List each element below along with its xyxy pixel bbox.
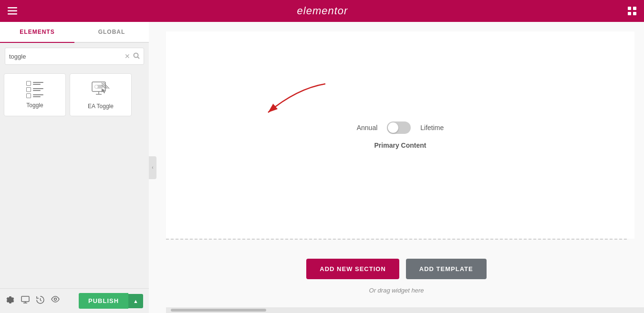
desktop-icon[interactable] <box>21 296 30 306</box>
publish-button-group: PUBLISH ▲ <box>79 293 143 309</box>
svg-point-23 <box>54 298 57 300</box>
svg-rect-6 <box>633 12 636 15</box>
add-new-section-button[interactable]: ADD NEW SECTION <box>306 259 399 279</box>
toggle-widget-label: Toggle <box>26 102 43 109</box>
add-buttons: ADD NEW SECTION ADD TEMPLATE <box>306 259 486 279</box>
search-bar: ✕ <box>5 48 144 65</box>
widget-toggle[interactable]: Toggle <box>4 73 66 116</box>
bottom-bar: PUBLISH ▲ <box>0 288 149 313</box>
main-layout: ELEMENTS GLOBAL ✕ <box>0 22 644 313</box>
clear-search-icon[interactable]: ✕ <box>125 52 130 60</box>
ea-toggle-widget-label: EA Toggle <box>88 103 114 110</box>
toggle-knob <box>388 122 398 133</box>
header: elementor <box>0 0 644 22</box>
svg-point-13 <box>95 85 98 88</box>
grid-icon[interactable] <box>628 7 636 15</box>
bottom-scrollbar[interactable] <box>166 307 644 313</box>
settings-icon[interactable] <box>6 296 14 306</box>
svg-rect-3 <box>628 7 631 10</box>
primary-content-label: Primary Content <box>374 141 426 149</box>
toggle-widget-icon <box>26 81 43 98</box>
publish-dropdown-button[interactable]: ▲ <box>128 294 143 308</box>
drag-hint-text: Or drag widget here <box>369 287 424 294</box>
svg-rect-5 <box>628 12 631 15</box>
tabs-bar: ELEMENTS GLOBAL <box>0 22 149 43</box>
canvas-toggle-section: Annual Lifetime Primary Content <box>166 31 634 239</box>
annual-label: Annual <box>357 124 378 131</box>
sidebar: ELEMENTS GLOBAL ✕ <box>0 22 149 313</box>
svg-rect-2 <box>8 13 17 15</box>
svg-point-7 <box>134 53 138 57</box>
publish-button[interactable]: PUBLISH <box>79 293 128 309</box>
svg-rect-18 <box>21 296 29 302</box>
widget-ea-toggle[interactable]: EA Toggle <box>70 73 132 116</box>
svg-rect-1 <box>8 10 17 12</box>
svg-line-22 <box>41 300 42 301</box>
tab-global[interactable]: GLOBAL <box>74 22 149 42</box>
hamburger-icon[interactable] <box>8 7 17 15</box>
svg-rect-0 <box>8 7 17 9</box>
lifetime-label: Lifetime <box>420 124 444 131</box>
widget-grid: Toggle <box>0 70 149 288</box>
toggle-control: Annual Lifetime <box>357 121 444 134</box>
search-input[interactable] <box>9 53 125 60</box>
toggle-widget-area: Annual Lifetime Primary Content <box>338 102 463 168</box>
tab-elements[interactable]: ELEMENTS <box>0 22 74 42</box>
add-template-button[interactable]: ADD TEMPLATE <box>406 259 487 279</box>
eye-icon[interactable] <box>51 296 60 306</box>
svg-line-8 <box>138 57 140 59</box>
ea-toggle-icon <box>91 80 110 99</box>
svg-rect-4 <box>633 7 636 10</box>
canvas-area: ‹ Annual Lifetime <box>149 22 644 313</box>
scrollbar-thumb <box>171 309 266 312</box>
history-icon[interactable] <box>36 296 44 306</box>
toggle-switch[interactable] <box>387 121 411 134</box>
add-section-area: ADD NEW SECTION ADD TEMPLATE Or drag wid… <box>149 240 644 313</box>
search-icon[interactable] <box>133 52 140 61</box>
bottom-icons <box>6 296 60 306</box>
elementor-logo: elementor <box>297 5 348 17</box>
sidebar-collapse-handle[interactable]: ‹ <box>149 156 156 179</box>
